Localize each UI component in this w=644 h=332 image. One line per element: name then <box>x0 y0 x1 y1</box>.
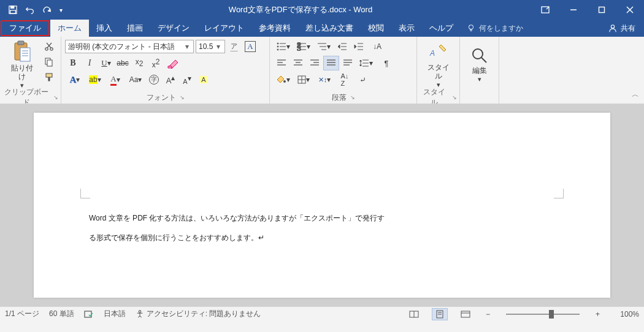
tell-me[interactable]: 何をしますか <box>461 20 529 37</box>
group-font: 游明朝 (本文のフォント - 日本語▾ 10.5▾ ア A B I U▾ abc… <box>61 37 270 104</box>
tab-file[interactable]: ファイル <box>1 20 50 36</box>
svg-point-8 <box>469 25 473 29</box>
tab-mailings[interactable]: 差し込み文書 <box>298 20 361 37</box>
sort-icon[interactable]: ↓A <box>367 39 387 54</box>
editing-button[interactable]: 編集▾ <box>467 39 493 91</box>
line-spacing-icon[interactable]: ▾ <box>356 56 376 70</box>
bullets-icon[interactable]: ▾ <box>274 39 293 54</box>
collapse-ribbon-icon[interactable]: ︿ <box>627 37 644 104</box>
person-icon <box>608 24 617 32</box>
phonetic-guide-icon[interactable]: ア <box>226 39 242 54</box>
svg-rect-11 <box>18 41 24 45</box>
zoom-level[interactable]: 100% <box>612 310 639 319</box>
tab-layout[interactable]: レイアウト <box>197 20 251 37</box>
styles-button[interactable]: A スタイル▾ <box>421 39 456 91</box>
italic-icon[interactable]: I <box>82 56 98 70</box>
shrink-font-icon[interactable]: A▾ <box>179 72 195 87</box>
accessibility[interactable]: アクセシビリティ: 問題ありません <box>136 309 261 319</box>
tab-help[interactable]: ヘルプ <box>422 20 461 37</box>
ribbon: 貼り付け▾ クリップボード↘ 游明朝 (本文のフォント - 日本語▾ 10.5▾… <box>0 37 644 104</box>
decrease-indent-icon[interactable] <box>334 39 350 54</box>
zoom-out-icon[interactable]: − <box>483 310 493 319</box>
highlight-icon[interactable]: ab▾ <box>85 72 105 87</box>
distribute-icon[interactable] <box>340 56 356 70</box>
align-left-icon[interactable] <box>274 56 289 70</box>
char-shading-icon[interactable]: Aa▾ <box>126 72 145 87</box>
increase-indent-icon[interactable] <box>351 39 367 54</box>
lightbulb-icon <box>467 24 475 32</box>
save-icon[interactable] <box>5 2 21 18</box>
svg-point-23 <box>277 43 278 44</box>
spellcheck-icon[interactable] <box>84 310 94 319</box>
dialog-launcher-icon[interactable]: ↘ <box>180 94 185 100</box>
asian-layout-icon[interactable]: ✕↕▾ <box>314 72 335 87</box>
page[interactable]: Word 文章を PDF 化する方法は、いろいろな方法がありますが「エクスポート… <box>34 113 610 298</box>
enclose-char-icon[interactable]: 字 <box>146 72 162 87</box>
dialog-launcher-icon[interactable]: ↘ <box>452 94 457 100</box>
subscript-icon[interactable]: x2 <box>131 56 147 70</box>
text-effects-icon[interactable]: A▾ <box>65 72 85 87</box>
tab-references[interactable]: 参考資料 <box>251 20 298 37</box>
change-case-icon[interactable]: A <box>196 72 212 87</box>
underline-icon[interactable]: U▾ <box>98 56 114 70</box>
print-layout-icon[interactable] <box>432 308 448 320</box>
undo-icon[interactable] <box>22 2 38 18</box>
char-border-icon[interactable]: A <box>242 39 258 54</box>
share-label: 共有 <box>621 23 635 34</box>
document-area[interactable]: Word 文章を PDF 化する方法は、いろいろな方法がありますが「エクスポート… <box>0 104 644 306</box>
show-marks-icon[interactable]: ¶ <box>377 56 396 70</box>
multilevel-icon[interactable]: ▾ <box>314 39 334 54</box>
shading-icon[interactable]: ▾ <box>274 72 293 87</box>
sort-az-icon[interactable]: A↓Z <box>335 72 354 87</box>
redo-icon[interactable] <box>39 2 55 18</box>
group-paragraph-label: 段落 <box>332 92 347 103</box>
tab-insert[interactable]: 挿入 <box>89 20 120 37</box>
bold-icon[interactable]: B <box>65 56 81 70</box>
close-icon[interactable] <box>616 0 644 20</box>
read-mode-icon[interactable] <box>406 308 422 320</box>
document-text[interactable]: Word 文章を PDF 化する方法は、いろいろな方法がありますが「エクスポート… <box>89 208 555 247</box>
zoom-in-icon[interactable]: + <box>593 310 602 319</box>
web-layout-icon[interactable] <box>458 308 473 320</box>
dialog-launcher-icon[interactable]: ↘ <box>350 94 355 100</box>
borders-icon[interactable]: ▾ <box>294 72 313 87</box>
quick-access-toolbar: ▾ <box>0 2 70 18</box>
language[interactable]: 日本語 <box>104 309 126 319</box>
dialog-launcher-icon[interactable]: ↘ <box>53 94 58 100</box>
cut-icon[interactable] <box>41 39 57 54</box>
minimize-icon[interactable] <box>559 0 588 20</box>
align-right-icon[interactable] <box>307 56 323 70</box>
tab-home[interactable]: ホーム <box>50 20 89 37</box>
group-styles: A スタイル▾ スタイル↘ <box>417 37 460 104</box>
copy-icon[interactable] <box>41 55 57 69</box>
align-center-icon[interactable] <box>290 56 306 70</box>
font-color-icon[interactable]: A▾ <box>105 72 125 87</box>
paste-button[interactable]: 貼り付け▾ <box>4 39 40 91</box>
grow-font-icon[interactable]: A▴ <box>163 72 178 87</box>
justify-icon[interactable] <box>323 56 339 70</box>
qat-customize-icon[interactable]: ▾ <box>56 2 65 18</box>
page-count[interactable]: 1/1 ページ <box>5 309 39 319</box>
tab-design[interactable]: デザイン <box>150 20 197 37</box>
svg-point-68 <box>473 49 483 59</box>
word-count[interactable]: 60 単語 <box>49 309 74 319</box>
svg-line-69 <box>481 58 486 62</box>
margin-corner-icon <box>80 189 90 198</box>
show-pilcrow-icon[interactable]: ⤶ <box>355 72 370 87</box>
share-button[interactable]: 共有 <box>600 20 644 37</box>
maximize-icon[interactable] <box>588 0 616 20</box>
group-paragraph: ▾ 123▾ ▾ ↓A ▾ ¶ ▾ ▾ ✕↕▾ A↓Z ⤶ <box>270 37 417 104</box>
superscript-icon[interactable]: x2 <box>148 56 164 70</box>
tab-draw[interactable]: 描画 <box>120 20 150 37</box>
svg-rect-5 <box>599 7 605 13</box>
font-size-combo[interactable]: 10.5▾ <box>196 40 225 53</box>
font-name-combo[interactable]: 游明朝 (本文のフォント - 日本語▾ <box>65 40 194 53</box>
format-painter-icon[interactable] <box>41 70 57 85</box>
zoom-slider[interactable] <box>506 314 580 315</box>
strike-icon[interactable]: abc <box>115 56 131 70</box>
tab-review[interactable]: 校閲 <box>361 20 391 37</box>
ribbon-display-icon[interactable] <box>531 0 559 20</box>
clear-format-icon[interactable] <box>164 56 183 70</box>
tab-view[interactable]: 表示 <box>391 20 422 37</box>
numbering-icon[interactable]: 123▾ <box>294 39 313 54</box>
